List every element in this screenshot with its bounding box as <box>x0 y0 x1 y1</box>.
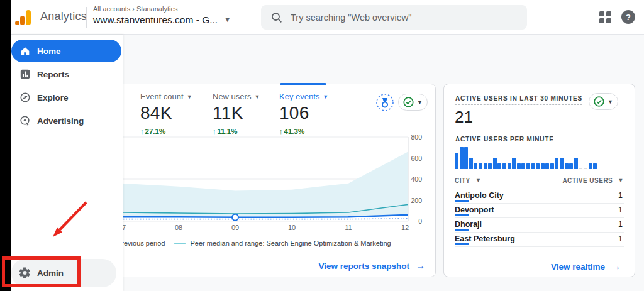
right-arrow-icon: → <box>611 261 621 272</box>
property-selector[interactable]: www.stanventures.com - G...▼ <box>93 14 231 26</box>
view-reports-snapshot-link[interactable]: View reports snapshot→ <box>318 260 425 271</box>
teal-line-icon <box>174 243 186 244</box>
breadcrumb-chevron-icon: › <box>132 5 135 13</box>
explore-icon <box>19 92 31 103</box>
active-users-column-sort[interactable]: ACTIVE USERS ▼ <box>562 177 624 184</box>
search-bar <box>261 5 527 30</box>
check-circle-icon <box>403 97 414 107</box>
chevron-down-icon: ▼ <box>417 99 423 106</box>
apps-grid-icon[interactable] <box>599 11 612 24</box>
annotation-arrow <box>47 195 92 241</box>
chart-legend: Previous period Peer median and range: S… <box>101 239 391 247</box>
table-row: Antipolo City 1 <box>455 189 624 204</box>
realtime-title: ACTIVE USERS IN LAST 30 MINUTES <box>455 95 582 105</box>
chevron-down-icon: ▼ <box>323 94 328 100</box>
svg-text:11: 11 <box>345 224 352 231</box>
google-analytics-logo[interactable] <box>14 8 33 27</box>
sidebar-item-explore[interactable]: Explore <box>11 86 121 109</box>
nav-drawer: Home Reports Explore <box>11 35 123 291</box>
city-bar <box>455 200 469 202</box>
svg-text:09: 09 <box>231 224 239 231</box>
city-column-sort[interactable]: CITY ▼ <box>455 177 481 184</box>
active-users-per-minute-chart <box>455 146 599 169</box>
home-icon <box>19 45 31 57</box>
annotation-highlight-box <box>2 256 80 287</box>
view-realtime-link[interactable]: View realtime→ <box>551 261 621 272</box>
data-quality-button[interactable]: ▼ <box>398 94 428 111</box>
chevron-down-icon: ▼ <box>187 94 192 100</box>
help-icon[interactable]: ? <box>621 10 635 24</box>
svg-text:800: 800 <box>411 135 422 141</box>
benchmark-medal-icon[interactable] <box>375 93 394 112</box>
svg-text:08: 08 <box>175 224 182 231</box>
metric-dropdown[interactable]: Key events▼ <box>279 92 328 101</box>
chevron-down-icon: ▼ <box>618 177 624 184</box>
table-row: East Petersburg 1 <box>455 233 624 247</box>
chevron-down-icon: ▼ <box>608 99 613 105</box>
chevron-down-icon: ▼ <box>475 177 481 184</box>
realtime-card: ACTIVE USERS IN LAST 30 MINUTES ▼ 21 ACT… <box>443 84 635 277</box>
table-header: CITY ▼ ACTIVE USERS ▼ <box>455 177 624 189</box>
chevron-down-icon: ▼ <box>254 94 260 100</box>
search-input[interactable] <box>291 13 504 23</box>
legend-peer-median: Peer median and range: Search Engine Opt… <box>174 239 391 247</box>
city-bar <box>455 229 469 231</box>
sidebar-item-advertising[interactable]: Advertising <box>11 109 121 132</box>
table-row: Devonport 1 <box>455 204 624 218</box>
active-users-count: 21 <box>455 107 473 127</box>
data-quality-button[interactable]: ▼ <box>589 93 618 110</box>
key-events-line-chart: 8006004002000070809101112 <box>95 135 423 236</box>
realtime-city-table: CITY ▼ ACTIVE USERS ▼ Antipolo City 1 De… <box>455 177 624 247</box>
right-arrow-icon: → <box>416 260 425 271</box>
advertising-icon <box>19 115 31 126</box>
check-circle-icon <box>594 96 604 107</box>
svg-text:400: 400 <box>411 175 422 183</box>
selected-metric-tab-indicator <box>280 83 326 85</box>
svg-text:12: 12 <box>401 224 409 231</box>
reports-icon <box>19 69 31 80</box>
metric-new-users: New users▼ 11K ↑11.1% <box>213 92 260 135</box>
metric-dropdown[interactable]: New users▼ <box>213 92 260 101</box>
svg-text:10: 10 <box>288 224 296 231</box>
sidebar-item-home[interactable]: Home <box>11 40 121 62</box>
metric-dropdown[interactable]: Event count▼ <box>140 92 192 101</box>
metric-value: 106 <box>279 103 328 123</box>
metric-value: 84K <box>140 103 192 123</box>
sidebar-item-reports[interactable]: Reports <box>11 63 121 85</box>
search-icon <box>271 12 282 23</box>
table-row: Dhoraji 1 <box>455 218 624 233</box>
metric-value: 11K <box>213 103 260 123</box>
ga-home-page: Event count▼ 84K ↑27.1% New users▼ 11K ↑… <box>0 0 644 291</box>
city-bar <box>455 243 469 245</box>
metric-event-count: Event count▼ 84K ↑27.1% <box>140 92 192 135</box>
app-bar: Analytics All accounts›Stananalytics www… <box>0 0 644 35</box>
metric-key-events: Key events▼ 106 ↑41.3% <box>279 92 328 135</box>
svg-text:200: 200 <box>411 197 422 204</box>
left-black-strip <box>0 0 11 291</box>
city-bar <box>455 214 469 216</box>
topbar-divider <box>86 7 87 28</box>
svg-text:0: 0 <box>418 217 422 225</box>
breadcrumb: All accounts›Stananalytics <box>93 5 177 13</box>
per-minute-title: ACTIVE USERS PER MINUTE <box>455 136 554 143</box>
brand-name: Analytics <box>40 10 87 23</box>
chevron-down-icon: ▼ <box>224 16 231 23</box>
svg-text:600: 600 <box>411 155 422 162</box>
